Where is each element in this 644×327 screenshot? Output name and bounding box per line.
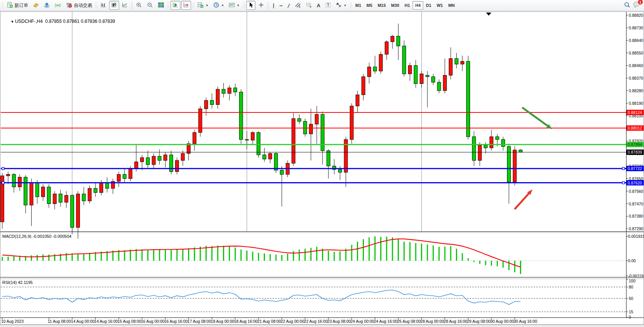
- bear-candle[interactable]: [467, 61, 470, 137]
- time-axis-label[interactable]: 23 Aug 08:00: [327, 319, 351, 324]
- zoom-out-button[interactable]: [145, 1, 155, 10]
- bull-candle[interactable]: [513, 150, 516, 182]
- time-axis-label[interactable]: 16 Aug 16:00: [164, 319, 188, 324]
- time-axis-label[interactable]: 21 Aug 08:00: [257, 319, 281, 324]
- time-axis-label[interactable]: 17 Aug 08:00: [188, 319, 211, 324]
- bull-candle[interactable]: [309, 124, 312, 134]
- bear-candle[interactable]: [158, 156, 161, 160]
- toolbar-drag-handle[interactable]: [243, 2, 245, 9]
- bear-candle[interactable]: [496, 137, 499, 139]
- bull-candle[interactable]: [181, 154, 185, 160]
- time-axis-label[interactable]: 30 Aug 00:00: [490, 319, 514, 324]
- bull-candle[interactable]: [134, 162, 138, 169]
- bull-candle[interactable]: [175, 160, 179, 172]
- timeframe-w1[interactable]: W1: [434, 1, 446, 10]
- bull-candle[interactable]: [490, 137, 493, 148]
- bull-candle[interactable]: [152, 156, 155, 165]
- time-axis-label[interactable]: 14 Aug 00:00: [71, 319, 95, 324]
- bull-candle[interactable]: [408, 66, 412, 74]
- bull-candle[interactable]: [356, 95, 359, 106]
- toolbar-drag-handle[interactable]: [350, 2, 352, 9]
- horizontal-line-button[interactable]: —: [278, 1, 285, 10]
- indicators-button[interactable]: ▼: [196, 1, 210, 10]
- bear-candle[interactable]: [519, 150, 522, 152]
- chart-window[interactable]: 0.888200.887300.886400.885500.884600.883…: [0, 11, 644, 325]
- bull-candle[interactable]: [443, 75, 446, 91]
- bull-candle[interactable]: [350, 106, 354, 139]
- bull-candle[interactable]: [30, 183, 33, 205]
- history-center-button[interactable]: [31, 1, 41, 10]
- bear-candle[interactable]: [455, 59, 458, 64]
- bear-candle[interactable]: [12, 175, 16, 187]
- bull-candle[interactable]: [391, 36, 394, 42]
- bear-candle[interactable]: [210, 100, 214, 104]
- bear-candle[interactable]: [24, 177, 27, 205]
- auto-scroll-button[interactable]: [171, 1, 180, 10]
- time-axis-label[interactable]: 28 Aug 00:00: [421, 319, 444, 324]
- time-axis-label[interactable]: 25 Aug 08:00: [397, 319, 421, 324]
- time-axis-label[interactable]: 11 Aug 08:00: [48, 319, 71, 324]
- time-axis-label[interactable]: 10 Aug 2023: [1, 319, 24, 324]
- bear-candle[interactable]: [35, 183, 39, 197]
- zoom-in-button[interactable]: [134, 1, 144, 10]
- time-axis-label[interactable]: 29 Aug 08:00: [467, 319, 491, 324]
- bull-candle[interactable]: [193, 133, 196, 144]
- bear-candle[interactable]: [402, 46, 406, 74]
- time-axis-label[interactable]: 18 Aug 16:00: [234, 319, 258, 324]
- bull-candle[interactable]: [204, 100, 208, 109]
- bear-candle[interactable]: [146, 158, 150, 165]
- bear-candle[interactable]: [472, 137, 476, 160]
- bull-candle[interactable]: [362, 77, 365, 95]
- bull-candle[interactable]: [367, 67, 371, 77]
- timeframe-m30[interactable]: M30: [389, 1, 402, 10]
- templates-button[interactable]: ▼: [227, 1, 242, 10]
- toolbar-drag-handle[interactable]: [2, 2, 4, 9]
- toolbar-drag-handle[interactable]: [192, 2, 194, 9]
- bear-candle[interactable]: [263, 155, 266, 159]
- toolbar-drag-handle[interactable]: [95, 2, 97, 9]
- bear-candle[interactable]: [432, 77, 435, 82]
- bear-candle[interactable]: [222, 89, 225, 93]
- line-chart-button[interactable]: [120, 1, 130, 10]
- line-handle[interactable]: [622, 182, 625, 184]
- bear-candle[interactable]: [105, 183, 109, 189]
- bear-candle[interactable]: [257, 133, 260, 155]
- time-axis-label[interactable]: 16 Aug 00:00: [141, 319, 164, 324]
- bull-candle[interactable]: [478, 145, 481, 160]
- bull-candle[interactable]: [449, 59, 453, 75]
- bear-candle[interactable]: [327, 151, 330, 166]
- trendline-button[interactable]: /: [285, 1, 292, 10]
- timeframe-m5[interactable]: M5: [364, 1, 375, 10]
- cursor-button[interactable]: [246, 1, 255, 10]
- tile-windows-button[interactable]: [156, 1, 166, 10]
- timeframe-m15[interactable]: M15: [375, 1, 388, 10]
- price-chart-canvas[interactable]: 0.888200.887300.886400.885500.884600.883…: [0, 11, 644, 325]
- bear-candle[interactable]: [245, 139, 249, 140]
- time-axis-label[interactable]: 22 Aug 00:00: [281, 319, 304, 324]
- bull-candle[interactable]: [420, 74, 423, 84]
- bull-candle[interactable]: [216, 89, 220, 104]
- chart-shift-button[interactable]: [181, 1, 191, 10]
- search-button[interactable]: [622, 1, 632, 10]
- bull-candle[interactable]: [53, 194, 56, 204]
- bear-candle[interactable]: [321, 114, 324, 151]
- bull-candle[interactable]: [88, 188, 91, 201]
- bear-candle[interactable]: [437, 82, 441, 91]
- toolbar-drag-handle[interactable]: [167, 2, 169, 9]
- time-axis-label[interactable]: 24 Aug 00:00: [351, 319, 374, 324]
- timeframe-d1[interactable]: D1: [423, 1, 434, 10]
- bull-candle[interactable]: [315, 114, 319, 124]
- line-handle[interactable]: [622, 167, 625, 170]
- bear-candle[interactable]: [94, 188, 97, 192]
- bear-candle[interactable]: [507, 146, 511, 182]
- notifications-button[interactable]: 1: [633, 1, 640, 10]
- bear-candle[interactable]: [59, 194, 62, 202]
- community-button[interactable]: [42, 1, 52, 10]
- bear-candle[interactable]: [373, 67, 377, 71]
- time-axis-label[interactable]: 15 Aug 08:00: [118, 319, 141, 324]
- bear-candle[interactable]: [123, 175, 126, 179]
- bear-candle[interactable]: [303, 121, 307, 134]
- bull-candle[interactable]: [228, 88, 231, 93]
- bull-candle[interactable]: [164, 155, 167, 160]
- bull-candle[interactable]: [76, 194, 80, 228]
